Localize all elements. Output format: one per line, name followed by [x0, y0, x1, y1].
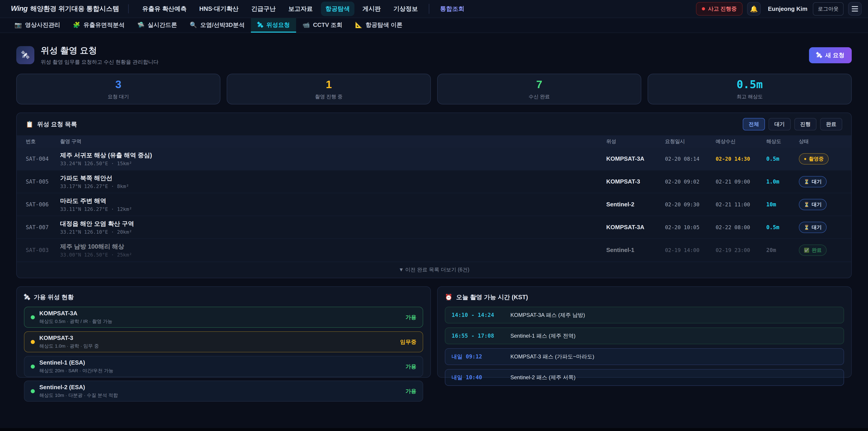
- check-icon: ✅: [804, 247, 809, 253]
- status-badge: ⏳ 대기: [799, 199, 827, 210]
- notifications-button[interactable]: 🔔: [747, 2, 761, 16]
- expected-at: 02-19 23:00: [716, 247, 766, 253]
- table-row[interactable]: SAT-005 가파도 북쪽 해안선 33.17°N 126.27°E · 8k…: [17, 171, 851, 193]
- table-row[interactable]: SAT-003 제주 남방 100해리 해상 33.00°N 126.50°E …: [17, 239, 851, 262]
- tab-pollution-ship-3d[interactable]: 🔍 오염/선박3D분석: [183, 18, 251, 33]
- panel-title: ⏰ 오늘 촬영 가능 시간 (KST): [445, 293, 844, 301]
- filter-waiting-button[interactable]: 대기: [769, 118, 791, 130]
- request-id: SAT-005: [26, 179, 60, 185]
- satellite-status: 임무중: [400, 338, 416, 345]
- alarm-clock-icon: ⏰: [445, 294, 453, 301]
- incident-status-badge[interactable]: 사고 진행중: [696, 2, 743, 16]
- request-resolution: 0.5m: [766, 156, 799, 162]
- request-resolution: 20m: [766, 247, 799, 253]
- menu-item-board[interactable]: 게시판: [358, 2, 385, 16]
- requested-at: 02-20 09:02: [665, 179, 716, 185]
- request-coords: 33.21°N 126.10°E · 20km²: [60, 229, 606, 235]
- tab-cctv-view[interactable]: 📹 CCTV 조회: [296, 18, 348, 33]
- requested-at: 02-19 14:00: [665, 247, 716, 253]
- satellite-request-list-panel: 📋 위성 요청 목록 전체 대기 진행 완료 번호 촬영 구역 위성 요청일시 …: [16, 113, 852, 278]
- request-status: ✅ 완료: [799, 245, 842, 256]
- main-menu: 유출유 확산예측 HNS·대기확산 긴급구난 보고자료 항공탐색 게시판 기상정…: [138, 2, 696, 16]
- app-title: 해양환경 위기대응 통합시스템: [30, 4, 119, 13]
- satellite-status: 가용: [405, 363, 416, 370]
- request-coords: 33.24°N 126.50°E · 15km²: [60, 161, 606, 166]
- request-area: 가파도 북쪽 해안선 33.17°N 126.27°E · 8km²: [60, 174, 606, 189]
- request-id: SAT-006: [26, 202, 60, 208]
- camera-icon: 📷: [14, 22, 22, 29]
- table-row[interactable]: SAT-006 마라도 주변 해역 33.11°N 126.27°E · 12k…: [17, 193, 851, 216]
- hamburger-menu-button[interactable]: [848, 2, 862, 16]
- menu-item-aerial-search[interactable]: 항공탐색: [321, 2, 354, 16]
- pass-label: KOMPSAT-3 패스 (가파도~마라도): [510, 353, 594, 360]
- requested-at: 02-20 09:30: [665, 202, 716, 208]
- stat-card-pending: 3 요청 대기: [16, 74, 220, 104]
- tab-image-photo-management[interactable]: 📷 영상사진관리: [8, 18, 66, 33]
- filter-done-button[interactable]: 완료: [820, 118, 842, 130]
- satellite-desc: 해상도 20m · SAR · 야간/우천 가능: [39, 368, 114, 374]
- pass-time: 16:55 - 17:08: [452, 333, 505, 339]
- status-badge: ⏳ 대기: [799, 176, 827, 187]
- expected-at: 02-22 08:00: [716, 224, 766, 230]
- new-request-button[interactable]: 🛰 새 요청: [809, 47, 852, 63]
- menu-item-emergency-rescue[interactable]: 긴급구난: [247, 2, 280, 16]
- request-status: ⏳ 대기: [799, 222, 842, 233]
- request-status: ● 촬영중: [799, 153, 842, 164]
- expected-at: 02-21 09:00: [716, 179, 766, 185]
- table-row[interactable]: SAT-004 제주 서귀포 해상 (유출 해역 중심) 33.24°N 126…: [17, 148, 851, 171]
- filter-all-button[interactable]: 전체: [743, 118, 765, 130]
- pass-time: 14:10 - 14:24: [452, 312, 505, 318]
- show-more-completed-link[interactable]: ▼ 이전 완료 목록 더보기 (6건): [17, 262, 851, 278]
- hamburger-icon: [852, 6, 858, 11]
- request-resolution: 1.0m: [766, 179, 799, 185]
- app-logo[interactable]: Wing 해양환경 위기대응 통합시스템: [11, 4, 119, 13]
- request-satellite: Sentinel-1: [606, 247, 665, 254]
- page-subtitle: 위성 촬영 임무를 요청하고 수신 현황을 관리합니다: [41, 59, 158, 65]
- page-content: 🛰 위성 촬영 요청 위성 촬영 임무를 요청하고 수신 현황을 관리합니다 🛰…: [0, 33, 868, 378]
- satellite-item[interactable]: Sentinel-2 (ESA) 해상도 10m · 다분광 · 수질 분석 적…: [24, 380, 423, 402]
- user-name: Eunjeong Kim: [768, 5, 807, 12]
- pass-row[interactable]: 16:55 - 17:08 Sentinel-1 패스 (제주 전역): [445, 328, 844, 344]
- request-id: SAT-003: [26, 247, 60, 253]
- filter-in-progress-button[interactable]: 진행: [794, 118, 816, 130]
- pass-time: 내일 09:12: [452, 353, 505, 360]
- tab-aerial-search-theory[interactable]: 📐 항공탐색 이론: [349, 18, 409, 33]
- menu-item-reports[interactable]: 보고자료: [284, 2, 317, 16]
- menu-item-weather-info[interactable]: 기상정보: [389, 2, 423, 16]
- pass-row[interactable]: 14:10 - 14:24 KOMPSAT-3A 패스 (제주 남방): [445, 307, 844, 324]
- status-badge: ✅ 완료: [799, 245, 827, 256]
- request-coords: 33.17°N 126.27°E · 8km²: [60, 184, 606, 189]
- col-header-status: 상태: [799, 138, 842, 145]
- pass-row[interactable]: 내일 09:12 KOMPSAT-3 패스 (가파도~마라도): [445, 348, 844, 365]
- satellite-desc: 해상도 0.5m · 광학 / IR · 촬영 가능: [39, 318, 112, 325]
- status-dot-icon: [31, 315, 35, 319]
- requested-at: 02-20 10:05: [665, 224, 716, 230]
- panel-title: 🛰 가용 위성 현황: [24, 293, 423, 301]
- divider: [429, 4, 429, 14]
- status-dot-icon: [31, 389, 35, 393]
- tab-realtime-drone[interactable]: 🛸 실시간드론: [131, 18, 183, 33]
- expected-at: 02-21 11:00: [716, 202, 766, 208]
- menu-item-hns-diffusion[interactable]: HNS·대기확산: [195, 2, 243, 16]
- satellite-icon: 🛰: [24, 294, 30, 301]
- pass-row[interactable]: 내일 10:40 Sentinel-2 패스 (제주 서쪽): [445, 369, 844, 386]
- expected-at: 02-20 14:30: [716, 156, 766, 162]
- satellite-item[interactable]: KOMPSAT-3A 해상도 0.5m · 광학 / IR · 촬영 가능 가용: [24, 307, 423, 328]
- request-area: 제주 서귀포 해상 (유출 해역 중심) 33.24°N 126.50°E · …: [60, 151, 606, 166]
- logout-button[interactable]: 로그아웃: [813, 2, 844, 16]
- navbar-right: 사고 진행중 🔔 Eunjeong Kim 로그아웃: [696, 2, 862, 16]
- stat-label: 최고 해상도: [737, 93, 763, 100]
- menu-item-oil-spill-forecast[interactable]: 유출유 확산예측: [138, 2, 191, 16]
- logo-wing-mark: Wing: [11, 4, 28, 13]
- tab-satellite-request[interactable]: 🛰 위성요청: [251, 18, 296, 33]
- satellite-item[interactable]: KOMPSAT-3 해상도 1.0m · 광학 · 임무 중 임무중: [24, 331, 423, 352]
- pass-label: Sentinel-2 패스 (제주 서쪽): [510, 374, 576, 381]
- status-filters: 전체 대기 진행 완료: [743, 118, 842, 130]
- bottom-panels: 🛰 가용 위성 현황 KOMPSAT-3A 해상도 0.5m · 광학 / IR…: [16, 286, 852, 378]
- tab-oil-area-analysis[interactable]: 🧩 유출유면적분석: [66, 18, 131, 33]
- request-area: 대정읍 해안 오염 확산 구역 33.21°N 126.10°E · 20km²: [60, 220, 606, 235]
- satellite-desc: 해상도 10m · 다분광 · 수질 분석 적합: [39, 392, 118, 398]
- menu-item-integrated-search[interactable]: 통합조회: [436, 2, 469, 16]
- satellite-item[interactable]: Sentinel-1 (ESA) 해상도 20m · SAR · 야간/우천 가…: [24, 356, 423, 377]
- table-row[interactable]: SAT-007 대정읍 해안 오염 확산 구역 33.21°N 126.10°E…: [17, 216, 851, 239]
